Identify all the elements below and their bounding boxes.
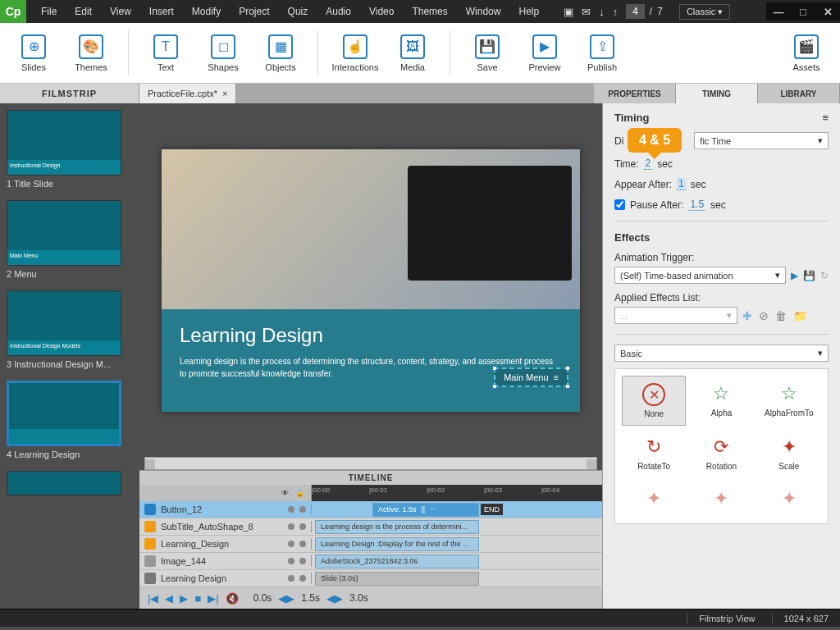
- workspace-dropdown[interactable]: Classic ▾: [679, 4, 731, 20]
- timeline-ruler[interactable]: |00:00|00:01|00:02|00:03|00:04: [312, 485, 602, 501]
- effect-none[interactable]: ✕None: [622, 376, 686, 426]
- appear-after-value[interactable]: 1: [677, 178, 686, 190]
- tl-stop-button[interactable]: ■: [194, 592, 201, 605]
- tl-tick: |00:03: [484, 486, 502, 494]
- menu-window[interactable]: Window: [458, 2, 509, 21]
- pause-after-label: Pause After:: [630, 199, 683, 211]
- filmstrip-panel[interactable]: Instructional Design1 Title SlideMain Me…: [0, 103, 139, 609]
- menu-video[interactable]: Video: [361, 2, 402, 21]
- publish-icon: ⇪: [590, 34, 614, 59]
- status-bar: Filmstrip View 1024 x 627: [0, 609, 840, 627]
- pause-after-checkbox[interactable]: [614, 199, 625, 210]
- tab-timing[interactable]: TIMING: [676, 84, 758, 103]
- browse-effect-icon[interactable]: 📁: [793, 309, 807, 322]
- tl-marker2-icon[interactable]: ◀▶: [326, 592, 343, 605]
- timeline-row[interactable]: Learning DesignSlide (3.0s): [139, 570, 602, 587]
- applied-effects-label: Applied Effects List:: [614, 292, 829, 304]
- up-arrow-icon[interactable]: ↑: [613, 6, 619, 18]
- tl-first-button[interactable]: |◀: [148, 592, 158, 605]
- ribbon-preview[interactable]: ▶Preview: [519, 28, 570, 79]
- file-tab[interactable]: PracticeFile.cptx* ×: [139, 84, 236, 103]
- pause-after-value[interactable]: 1.5: [688, 199, 705, 211]
- effect-more[interactable]: ✦: [757, 481, 821, 517]
- hamburger-icon: ≡: [554, 372, 559, 382]
- timeline-row[interactable]: Button_12Active: 1.5s || ⋯END: [139, 501, 602, 518]
- menu-edit[interactable]: Edit: [66, 2, 100, 21]
- down-arrow-icon[interactable]: ↓: [599, 6, 605, 18]
- timeline-title: TIMELINE: [139, 471, 602, 485]
- tab-properties[interactable]: PROPERTIES: [594, 84, 676, 103]
- ribbon-publish[interactable]: ⇪Publish: [577, 28, 628, 79]
- minimize-button[interactable]: —: [766, 2, 791, 21]
- title-bar: Cp FileEditViewInsertModifyProjectQuizAu…: [0, 0, 840, 23]
- menu-quiz[interactable]: Quiz: [280, 2, 317, 21]
- play-effect-icon[interactable]: ▶: [791, 270, 798, 281]
- slide-thumb-2[interactable]: Main Menu2 Menu: [7, 200, 133, 279]
- animation-trigger-dropdown[interactable]: (Self) Time-based animation▾: [614, 267, 786, 284]
- horizontal-scrollbar[interactable]: [144, 457, 597, 470]
- ribbon-slides[interactable]: ⊕Slides: [8, 28, 59, 79]
- panel-menu-icon[interactable]: ≡: [822, 112, 829, 124]
- menu-insert[interactable]: Insert: [141, 2, 182, 21]
- save-effect-icon[interactable]: 💾: [803, 270, 815, 281]
- ribbon-themes[interactable]: 🎨Themes: [66, 28, 116, 79]
- timeline-row[interactable]: SubTitle_AutoShape_8Learning design is t…: [139, 518, 602, 536]
- ribbon-assets[interactable]: 🎬Assets: [781, 28, 832, 79]
- ribbon-shapes[interactable]: ◻Shapes: [198, 28, 249, 79]
- timeline-row[interactable]: Learning_DesignLearning Design :Display …: [139, 536, 602, 553]
- tab-library[interactable]: LIBRARY: [758, 84, 840, 103]
- menu-audio[interactable]: Audio: [317, 2, 359, 21]
- eye-icon[interactable]: 👁: [281, 489, 289, 497]
- main-menu-button[interactable]: Main Menu ≡: [494, 368, 568, 387]
- ribbon-objects[interactable]: ▦Objects: [255, 28, 306, 79]
- slide-thumb-4[interactable]: 4 Learning Design: [7, 381, 133, 459]
- tl-play-button[interactable]: ▶: [180, 592, 188, 605]
- total-pages: 7: [657, 6, 663, 17]
- text-icon: T: [153, 34, 178, 59]
- display-for-dropdown[interactable]: fic Time▾: [694, 132, 829, 149]
- close-button[interactable]: ✕: [815, 2, 840, 21]
- close-tab-icon[interactable]: ×: [222, 89, 227, 98]
- add-effect-icon[interactable]: ✚: [742, 309, 752, 322]
- tl-marker1-icon[interactable]: ◀▶: [278, 592, 294, 605]
- tl-prev-button[interactable]: ◀: [165, 592, 173, 605]
- slide-canvas[interactable]: Learning Design Learning design is the p…: [162, 149, 580, 412]
- slide-thumb-1[interactable]: Instructional Design1 Title Slide: [7, 110, 133, 189]
- slide-thumb-3[interactable]: Instructional Design Models3 Instruction…: [7, 290, 133, 369]
- menu-file[interactable]: File: [33, 2, 65, 21]
- current-page[interactable]: 4: [626, 4, 645, 19]
- effect-rotation[interactable]: ⟳Rotation: [689, 429, 753, 477]
- effect-rotateto[interactable]: ↻RotateTo: [622, 429, 686, 477]
- ribbon-interactions[interactable]: ☝Interactions: [330, 28, 381, 79]
- page-indicator: 4 / 7: [626, 4, 663, 19]
- tl-time: 0.0s: [253, 592, 272, 604]
- ribbon-media[interactable]: 🖼Media: [387, 28, 438, 79]
- applied-effects-dropdown[interactable]: ...▾: [614, 307, 737, 324]
- timeline-controls: |◀ ◀ ▶ ■ ▶| 🔇 0.0s ◀▶ 1.5s ◀▶ 3.0s: [139, 587, 602, 609]
- layout-icon[interactable]: ▣: [564, 6, 573, 18]
- lock-icon[interactable]: 🔒: [295, 489, 304, 497]
- menu-themes[interactable]: Themes: [404, 2, 455, 21]
- effect-alphafromto[interactable]: ☆AlphaFromTo: [757, 376, 821, 426]
- tl-mute-button[interactable]: 🔇: [226, 592, 239, 605]
- delete-effect-icon[interactable]: 🗑: [775, 309, 787, 322]
- disable-effect-icon[interactable]: ⊘: [759, 309, 769, 322]
- menu-modify[interactable]: Modify: [184, 2, 229, 21]
- ribbon-text[interactable]: TText: [140, 28, 191, 79]
- timeline-row[interactable]: Image_144AdobeStock_237521842:3.0s: [139, 553, 602, 570]
- status-view: Filmstrip View: [687, 614, 755, 623]
- effect-alpha[interactable]: ☆Alpha: [689, 376, 753, 426]
- menu-help[interactable]: Help: [510, 2, 547, 21]
- effect-more[interactable]: ✦: [622, 481, 686, 517]
- time-value[interactable]: 2: [644, 158, 653, 170]
- ribbon-save[interactable]: 💾Save: [462, 28, 513, 79]
- maximize-button[interactable]: □: [791, 2, 815, 21]
- reset-effect-icon[interactable]: ↻: [820, 270, 829, 281]
- mail-icon[interactable]: ✉: [582, 6, 591, 18]
- menu-project[interactable]: Project: [231, 2, 277, 21]
- effect-category-dropdown[interactable]: Basic▾: [614, 345, 829, 362]
- tl-next-button[interactable]: ▶|: [208, 592, 218, 605]
- effect-scale[interactable]: ✦Scale: [757, 429, 821, 477]
- effect-more[interactable]: ✦: [689, 481, 753, 517]
- menu-view[interactable]: View: [102, 2, 139, 21]
